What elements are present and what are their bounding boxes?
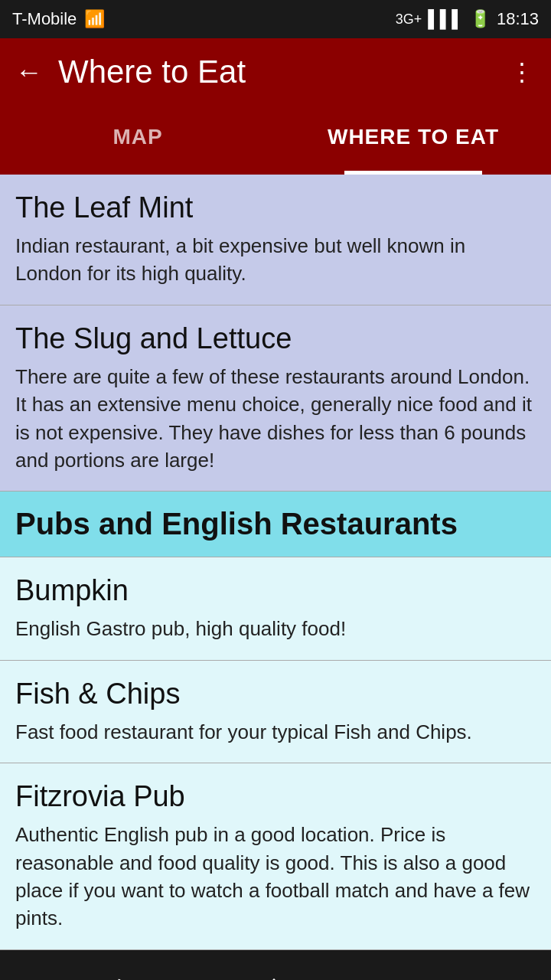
home-nav-button[interactable]: ⌂ xyxy=(266,969,282,980)
network-icon: 3G+ xyxy=(396,11,422,28)
status-left: T-Mobile 📶 xyxy=(12,9,105,29)
tab-map[interactable]: MAP xyxy=(0,106,276,172)
status-bar: T-Mobile 📶 3G+ ▌▌▌ 🔋 18:13 xyxy=(0,0,551,38)
signal-icon: 📶 xyxy=(84,9,105,29)
back-nav-button[interactable]: ↩ xyxy=(102,969,123,980)
restaurant-name: Fitzrovia Pub xyxy=(15,780,536,813)
list-item[interactable]: Bumpkin English Gastro pub, high quality… xyxy=(0,557,551,660)
status-right: 3G+ ▌▌▌ 🔋 18:13 xyxy=(396,9,539,29)
restaurant-name: The Leaf Mint xyxy=(15,191,536,224)
restaurant-description: Authentic English pub in a good location… xyxy=(15,821,536,933)
recents-nav-button[interactable]: ▭ xyxy=(425,969,449,980)
category-label: Pubs and English Restaurants xyxy=(15,507,536,541)
list-item[interactable]: Fish & Chips Fast food restaurant for yo… xyxy=(0,661,551,763)
restaurant-name: Bumpkin xyxy=(15,574,536,607)
carrier-label: T-Mobile xyxy=(12,9,77,29)
restaurant-description: Fast food restaurant for your typical Fi… xyxy=(15,718,536,746)
time-label: 18:13 xyxy=(497,9,539,29)
list-item[interactable]: Fitzrovia Pub Authentic English pub in a… xyxy=(0,763,551,950)
battery-icon: 🔋 xyxy=(470,9,491,29)
restaurant-description: Indian restaurant, a bit expensive but w… xyxy=(15,232,536,288)
category-header: Pubs and English Restaurants xyxy=(0,492,551,557)
restaurant-name: Fish & Chips xyxy=(15,678,536,710)
tab-bar: MAP WHERE TO EAT xyxy=(0,106,551,175)
bottom-navigation: ↩ ⌂ ▭ xyxy=(0,950,551,980)
page-title: Where to Eat xyxy=(58,54,510,90)
list-item[interactable]: The Leaf Mint Indian restaurant, a bit e… xyxy=(0,175,551,305)
restaurant-name: The Slug and Lettuce xyxy=(15,322,536,355)
list-item[interactable]: The Slug and Lettuce There are quite a f… xyxy=(0,305,551,492)
signal-bars-icon: ▌▌▌ xyxy=(428,9,464,29)
overflow-menu-button[interactable]: ⋮ xyxy=(510,57,536,87)
back-button[interactable]: ← xyxy=(15,56,43,88)
restaurant-description: There are quite a few of these restauran… xyxy=(15,363,536,475)
content-area: The Leaf Mint Indian restaurant, a bit e… xyxy=(0,175,551,950)
tab-where-to-eat[interactable]: WHERE TO EAT xyxy=(276,106,551,172)
toolbar: ← Where to Eat ⋮ xyxy=(0,38,551,106)
restaurant-description: English Gastro pub, high quality food! xyxy=(15,615,536,642)
